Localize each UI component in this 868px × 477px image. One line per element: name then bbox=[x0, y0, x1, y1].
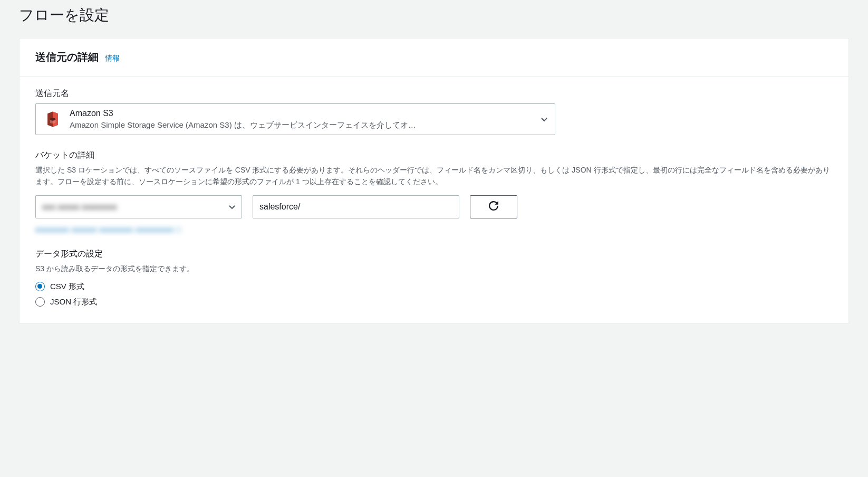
page-title: フローを設定 bbox=[19, 5, 849, 25]
info-link[interactable]: 情報 bbox=[105, 54, 120, 62]
bucket-selected-value: xxx xxxxx xxxxxxxx bbox=[42, 202, 117, 211]
source-select[interactable]: Amazon S3 Amazon Simple Storage Service … bbox=[35, 103, 555, 135]
data-format-help: S3 から読み取るデータの形式を指定できます。 bbox=[35, 263, 833, 274]
radio-icon bbox=[35, 282, 45, 291]
bucket-select[interactable]: xxx xxxxx xxxxxxxx bbox=[35, 195, 242, 218]
radio-icon bbox=[35, 297, 45, 307]
caret-down-icon bbox=[229, 203, 235, 211]
caret-down-icon bbox=[541, 115, 547, 123]
s3-icon bbox=[43, 110, 62, 129]
source-details-panel: 送信元の詳細 情報 送信元名 Amazon S3 Amazon Simple S… bbox=[19, 38, 849, 323]
panel-header: 送信元の詳細 情報 bbox=[20, 39, 848, 77]
panel-title: 送信元の詳細 bbox=[35, 51, 99, 63]
refresh-icon bbox=[489, 201, 498, 212]
source-name-label: 送信元名 bbox=[35, 88, 833, 99]
bucket-browse-link[interactable]: xxxxxxxx xxxxxx xxxxxxxx xxxxxxxxx □ bbox=[35, 225, 833, 234]
bucket-help-text: 選択した S3 ロケーションでは、すべてのソースファイルを CSV 形式にする必… bbox=[35, 164, 833, 188]
svg-point-0 bbox=[50, 118, 56, 120]
source-selected-name: Amazon S3 bbox=[70, 108, 532, 119]
radio-csv-label: CSV 形式 bbox=[50, 282, 84, 292]
refresh-button[interactable] bbox=[470, 195, 517, 218]
bucket-details-label: バケットの詳細 bbox=[35, 150, 833, 161]
radio-csv[interactable]: CSV 形式 bbox=[35, 282, 833, 292]
radio-json[interactable]: JSON 行形式 bbox=[35, 297, 833, 307]
data-format-label: データ形式の設定 bbox=[35, 249, 833, 260]
source-selected-desc: Amazon Simple Storage Service (Amazon S3… bbox=[70, 119, 532, 130]
radio-json-label: JSON 行形式 bbox=[50, 297, 97, 307]
prefix-input[interactable] bbox=[253, 195, 459, 218]
